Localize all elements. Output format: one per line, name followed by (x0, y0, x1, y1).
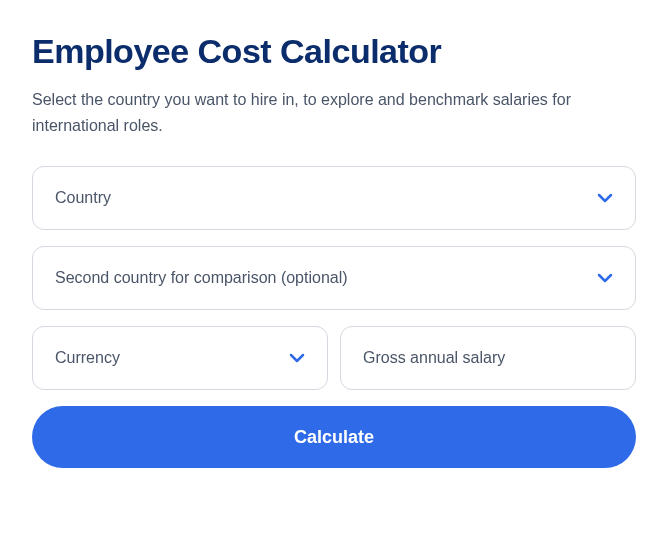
chevron-down-icon (289, 349, 305, 367)
salary-input[interactable] (363, 349, 613, 367)
salary-input-wrapper (340, 326, 636, 390)
second-country-select-label: Second country for comparison (optional) (55, 269, 348, 287)
country-select[interactable]: Country (32, 166, 636, 230)
page-description: Select the country you want to hire in, … (32, 87, 636, 138)
calculate-button[interactable]: Calculate (32, 406, 636, 468)
page-title: Employee Cost Calculator (32, 32, 636, 71)
currency-select-label: Currency (55, 349, 120, 367)
chevron-down-icon (597, 189, 613, 207)
country-select-label: Country (55, 189, 111, 207)
second-country-select[interactable]: Second country for comparison (optional) (32, 246, 636, 310)
currency-select[interactable]: Currency (32, 326, 328, 390)
chevron-down-icon (597, 269, 613, 287)
